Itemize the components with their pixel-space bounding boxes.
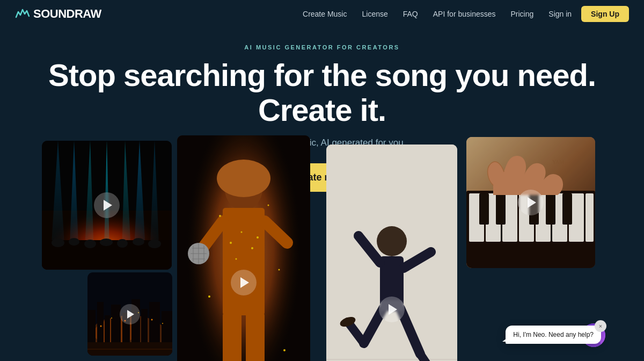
brand-name: SOUNDRAW [33,7,101,21]
svg-point-75 [339,315,357,328]
svg-rect-27 [141,309,148,356]
chat-bubble: × Hi, I'm Neo. Need any help? [506,326,601,344]
svg-point-16 [133,238,144,246]
hero-title-line1: Stop searching for the song you need. [48,57,596,92]
nav-api[interactable]: API for businesses [428,6,501,21]
svg-rect-25 [122,313,130,356]
navbar: SOUNDRAW Create Music License FAQ API fo… [0,0,644,28]
svg-point-32 [125,320,126,322]
svg-rect-1 [42,211,172,270]
svg-point-17 [148,240,161,248]
svg-rect-22 [97,302,104,356]
svg-point-61 [251,247,253,249]
svg-line-43 [199,221,223,254]
signup-button[interactable]: Sign Up [581,6,629,22]
city-play-button[interactable] [120,304,140,324]
city-card[interactable] [87,272,172,356]
svg-line-70 [404,252,431,268]
logo-icon [15,6,30,21]
svg-point-14 [100,239,113,246]
svg-rect-36 [87,342,172,356]
svg-point-35 [162,323,163,324]
svg-point-54 [219,215,221,217]
svg-line-44 [265,221,287,243]
chat-message: Hi, I'm Neo. Need any help? [513,331,594,338]
svg-point-20 [93,318,136,345]
svg-point-60 [241,232,243,233]
hero-cta-button[interactable]: Create music [264,163,380,192]
svg-point-30 [100,326,102,327]
chat-close-button[interactable]: × [595,320,606,332]
svg-line-74 [420,354,431,361]
svg-point-19 [92,315,167,356]
svg-point-33 [138,312,139,313]
nav-faq[interactable]: FAQ [398,6,423,21]
svg-point-31 [111,317,112,319]
svg-point-15 [117,239,128,248]
nav-create-music[interactable]: Create Music [297,6,352,21]
svg-point-12 [69,238,79,246]
svg-rect-10 [42,240,172,270]
svg-rect-29 [162,311,172,356]
svg-point-13 [84,240,96,248]
svg-point-47 [188,243,209,264]
signin-link[interactable]: Sign in [543,6,577,21]
svg-rect-46 [246,313,265,361]
svg-point-56 [208,295,210,298]
svg-rect-45 [223,313,241,361]
brand-logo[interactable]: SOUNDRAW [15,6,101,21]
svg-rect-77 [380,300,404,311]
hero-badge: AI MUSIC GENERATOR FOR CREATORS [0,44,644,50]
hero-subtitle: Royalty-free music, AI generated for you [0,138,644,148]
svg-rect-42 [223,208,265,315]
play-icon [240,277,249,288]
play-icon [127,310,134,319]
svg-line-72 [348,322,364,343]
nav-pricing[interactable]: Pricing [506,6,539,21]
hero-title-line2: Create it. [258,92,386,127]
svg-point-34 [151,319,153,321]
svg-rect-26 [131,299,140,356]
disco-play-button[interactable] [231,270,257,295]
nav-license[interactable]: License [356,6,393,21]
hero-section: AI MUSIC GENERATOR FOR CREATORS Stop sea… [0,28,644,209]
svg-line-73 [400,308,420,354]
svg-rect-68 [380,256,404,310]
svg-rect-21 [87,310,96,356]
svg-line-69 [358,236,380,263]
svg-point-63 [257,236,259,239]
svg-point-11 [52,239,64,247]
svg-point-59 [230,242,232,244]
svg-point-62 [236,258,237,260]
svg-rect-28 [149,302,160,356]
svg-rect-23 [105,315,110,356]
svg-rect-24 [111,305,121,356]
dancer-play-button[interactable] [379,297,405,322]
nav-links: Create Music License FAQ API for busines… [297,6,629,22]
svg-line-71 [364,308,383,343]
play-icon [389,304,397,315]
hero-title: Stop searching for the song you need. Cr… [0,58,644,128]
svg-rect-18 [87,272,172,356]
svg-point-67 [377,226,407,256]
svg-point-57 [279,269,280,271]
svg-point-58 [283,349,286,351]
